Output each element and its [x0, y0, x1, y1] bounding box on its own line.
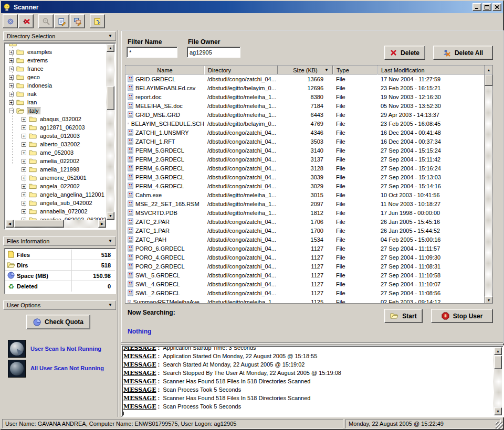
expand-box-icon[interactable]: +: [9, 75, 14, 80]
expand-box-icon[interactable]: +: [22, 209, 26, 214]
expand-box-icon[interactable]: +: [22, 134, 26, 138]
collapse-triangle-icon[interactable]: ▼: [108, 239, 112, 243]
exit-button exit-icon[interactable]: [90, 14, 105, 28]
table-row[interactable]: PERM_6.GRDECL/dbstudi/congo/zatchi_04...…: [125, 164, 492, 173]
table-row[interactable]: ZATC_.PAH/dbstudi/congo/zatchi_04...1534…: [125, 235, 492, 244]
tree-item-geco[interactable]: +geco: [6, 73, 106, 81]
table-row[interactable]: PORO_6.GRDECL/dbstudi/congo/zatchi_04...…: [125, 244, 492, 253]
tree-item[interactable]: [6, 44, 106, 48]
table-row[interactable]: ZATCHI_1.RFT/dbstudi/congo/zatchi_04...3…: [125, 137, 492, 146]
tree-item-amelia_121998[interactable]: +amelia_121998: [6, 165, 106, 174]
table-vscrollbar[interactable]: ▲ ▼: [484, 66, 492, 304]
table-row[interactable]: SWL_2.GRDECL/dbstudi/congo/zatchi_04...1…: [125, 288, 492, 297]
tree-item-irak[interactable]: +irak: [6, 90, 106, 98]
tree-item-angela_angelina_112001[interactable]: +angela_angelina_112001: [6, 190, 106, 199]
collapse-box-icon[interactable]: −: [9, 109, 14, 113]
scroll-left-icon[interactable]: ◀: [6, 220, 14, 228]
configure-button gear-icon[interactable]: [3, 14, 18, 28]
tree-vscroll-thumb[interactable]: [107, 86, 114, 110]
resize-grip[interactable]: [496, 422, 503, 429]
stop-user-button[interactable]: Stop User: [431, 309, 493, 323]
scroll-up-icon[interactable]: ▲: [107, 44, 114, 52]
column-header-name[interactable]: Name: [125, 66, 204, 74]
column-header-size-kb-[interactable]: Size (KB)▼: [278, 66, 333, 74]
table-row[interactable]: GRID.GRDECL/dbstudi/congo/zatchi_04...13…: [125, 74, 492, 83]
tree-item-anemone_052001[interactable]: +anemone_052001: [6, 174, 106, 182]
kill-scan-button kill-scan-icon[interactable]: [18, 14, 34, 28]
close-button[interactable]: [492, 3, 501, 11]
table-row[interactable]: MSVCRTD.PDB/dbstudi/egitto/meleiha_1...1…: [125, 208, 492, 217]
scroll-down-icon[interactable]: ▼: [485, 296, 493, 304]
table-row[interactable]: ZATC_2.PAR/dbstudi/congo/zatchi_04...170…: [125, 217, 492, 226]
column-header-type[interactable]: Type: [333, 66, 377, 74]
collapse-triangle-icon[interactable]: ▼: [108, 303, 112, 307]
reports-button reports-icon[interactable]: [70, 14, 85, 28]
expand-box-icon[interactable]: +: [9, 92, 14, 96]
tree-item-indonesia[interactable]: +indonesia: [6, 81, 106, 90]
table-row[interactable]: SWL_5.GRDECL/dbstudi/congo/zatchi_04...1…: [125, 271, 492, 280]
titlebar[interactable]: Scanner: [1, 1, 503, 13]
edit-log-button edit-log-icon[interactable]: [54, 14, 69, 28]
table-row[interactable]: BELAYIM_SCHEDULE.SCH/dbstudi/egitto/bela…: [125, 119, 492, 128]
table-row[interactable]: SummaryRETMeleihaAve.../dbstudi/egitto/m…: [125, 297, 492, 304]
table-row[interactable]: PERM_2.GRDECL/dbstudi/congo/zatchi_04...…: [125, 155, 492, 164]
table-row[interactable]: SWL_4.GRDECL/dbstudi/congo/zatchi_04...1…: [125, 280, 492, 288]
tree-hscrollbar[interactable]: ◀ ▶: [6, 220, 106, 228]
tree-item-amelia_022002[interactable]: +amelia_022002: [6, 157, 106, 165]
minimize-button[interactable]: [472, 3, 481, 11]
tree-item-angela_sub_042002[interactable]: +angela_sub_042002: [6, 199, 106, 207]
maximize-button[interactable]: [482, 3, 491, 11]
expand-box-icon[interactable]: +: [22, 159, 26, 164]
table-row[interactable]: BELAYIMEnABLEd.csv/dbstudi/egitto/belayi…: [125, 83, 492, 92]
table-row[interactable]: PERM_3.GRDECL/dbstudi/congo/zatchi_04...…: [125, 173, 492, 181]
expand-box-icon[interactable]: +: [9, 67, 14, 71]
expand-box-icon[interactable]: +: [22, 176, 26, 180]
all-user-scan-indicator-button[interactable]: [8, 360, 26, 378]
file-owner-input[interactable]: [187, 47, 240, 58]
scroll-down-icon[interactable]: ▼: [107, 212, 114, 220]
expand-box-icon[interactable]: +: [22, 125, 26, 130]
expand-box-icon[interactable]: +: [22, 150, 26, 155]
log-vscroll-thumb[interactable]: [494, 356, 502, 369]
expand-box-icon[interactable]: +: [22, 184, 26, 189]
expand-box-icon[interactable]: +: [22, 201, 26, 206]
directory-tree-content[interactable]: +examples+extrems+france+geco+indonesia+…: [6, 44, 106, 220]
table-row[interactable]: PERM_5.GRDECL/dbstudi/congo/zatchi_04...…: [125, 146, 492, 155]
filter-name-input[interactable]: [127, 47, 177, 58]
tree-item-france[interactable]: +france: [6, 64, 106, 73]
expand-box-icon[interactable]: +: [9, 100, 14, 105]
scroll-down-icon[interactable]: ▼: [494, 407, 502, 415]
tree-item-iran[interactable]: +iran: [6, 98, 106, 106]
expand-box-icon[interactable]: +: [9, 50, 14, 55]
tree-item-italy[interactable]: −italy: [6, 106, 106, 115]
log-box[interactable]: MESSAGE:Application Startup Time: 3 Seco…: [122, 346, 503, 417]
expand-box-icon[interactable]: +: [9, 58, 14, 63]
scroll-right-icon[interactable]: ▶: [98, 220, 106, 228]
table-row[interactable]: PORO_2.GRDECL/dbstudi/congo/zatchi_04...…: [125, 262, 492, 271]
tree-vscrollbar[interactable]: ▲ ▼: [106, 44, 114, 220]
table-row[interactable]: PERM_4.GRDECL/dbstudi/congo/zatchi_04...…: [125, 181, 492, 190]
tree-item-annalisa_062002_062002[interactable]: +annalisa_062002_062002: [6, 216, 106, 220]
table-row[interactable]: Cahm.exe/dbstudi/egitto/meleiha_1...3015…: [125, 190, 492, 199]
table-row[interactable]: ZATC_1.PAR/dbstudi/congo/zatchi_04...170…: [125, 226, 492, 235]
tree-item-annabella_072002[interactable]: +annabella_072002: [6, 207, 106, 216]
table-row[interactable]: MSE_22_SET_165.RSM/dbstudi/egitto/meleih…: [125, 199, 492, 208]
check-quota-button[interactable]: Check Quota: [26, 315, 90, 329]
table-row[interactable]: report.doc/dbstudi/egitto/meleiha_1...83…: [125, 92, 492, 101]
scroll-up-icon[interactable]: ▲: [494, 347, 502, 355]
user-scan-indicator-button[interactable]: [8, 340, 26, 358]
expand-box-icon[interactable]: +: [22, 117, 26, 122]
table-row[interactable]: PORO_4.GRDECL/dbstudi/congo/zatchi_04...…: [125, 253, 492, 262]
start-button[interactable]: Start: [384, 309, 423, 323]
scroll-up-icon[interactable]: ▲: [485, 66, 493, 74]
tree-item-extrems[interactable]: +extrems: [6, 56, 106, 64]
delete-button[interactable]: Delete: [384, 46, 425, 60]
table-row[interactable]: GRID_MSE.GRD/dbstudi/egitto/meleiha_1...…: [125, 110, 492, 119]
column-header-directory[interactable]: Directory: [204, 66, 278, 74]
column-header-last-modification[interactable]: Last Modification: [377, 66, 485, 74]
log-vscrollbar[interactable]: ▲ ▼: [494, 347, 502, 415]
expand-box-icon[interactable]: +: [22, 192, 26, 197]
tree-item-alberto_032002[interactable]: +alberto_032002: [6, 140, 106, 148]
tree-item-angela_022002[interactable]: +angela_022002: [6, 182, 106, 190]
table-row[interactable]: MELEIHA_SE.doc/dbstudi/egitto/meleiha_1.…: [125, 101, 492, 110]
